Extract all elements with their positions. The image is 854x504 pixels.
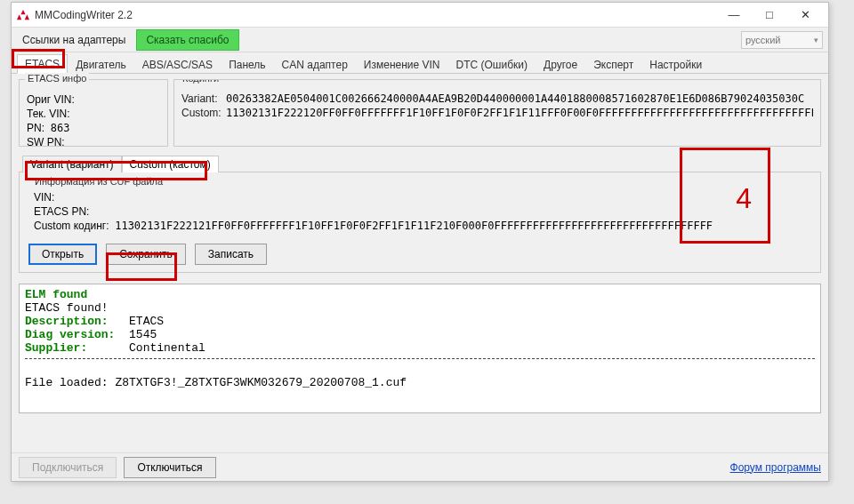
codings-group: Кодинги Variant: 00263382AE0504001C00266… xyxy=(173,79,821,147)
pn-label: PN: xyxy=(27,122,44,134)
tab-abs[interactable]: ABS/ASC/SAS xyxy=(134,55,221,74)
svg-marker-2 xyxy=(25,14,29,20)
language-value: русский xyxy=(745,35,780,45)
forum-link[interactable]: Форум программы xyxy=(730,461,821,474)
top-strip: Ссылки на адаптеры Сказать спасибо русск… xyxy=(12,28,828,52)
log-line-5b: Continental xyxy=(87,341,205,355)
swpn-label: SW PN: xyxy=(27,136,65,148)
tab-panel[interactable]: Панель xyxy=(221,55,273,74)
subtab-custom[interactable]: Custom (кастом) xyxy=(122,156,219,172)
cuf-cc-label: Custom кодинг: xyxy=(34,220,109,232)
window-close-button[interactable]: ✕ xyxy=(787,4,823,27)
tab-dtc[interactable]: DTC (Ошибки) xyxy=(448,55,536,74)
etacs-info-group: ETACS инфо Ориг VIN: Тек. VIN: PN: 863 S… xyxy=(19,79,168,147)
main-tabs: ETACS Двигатель ABS/ASC/SAS Панель CAN а… xyxy=(12,52,828,74)
log-line-4b: 1545 xyxy=(115,328,157,341)
tab-content: ETACS инфо Ориг VIN: Тек. VIN: PN: 863 S… xyxy=(12,74,828,276)
app-logo-icon xyxy=(17,9,29,21)
custom-label: Custom: xyxy=(181,107,226,119)
open-button[interactable]: Открыть xyxy=(28,244,97,265)
variant-label: Variant: xyxy=(181,92,226,105)
log-line-4a: Diag version: xyxy=(25,328,115,341)
variant-value: 00263382AE0504001C002666240000A4AEA9B20D… xyxy=(226,92,813,105)
log-line-3a: Description: xyxy=(25,315,109,328)
write-button[interactable]: Записать xyxy=(195,244,267,265)
subtab-variant[interactable]: Variant (вариант) xyxy=(22,156,122,172)
orig-vin-label: Ориг VIN: xyxy=(27,93,75,106)
bottom-bar: Подключиться Отключиться Форум программы xyxy=(12,452,828,481)
cuf-cc-value: 11302131F222121FF0FF0FFFFFFF1F10FF1F0F0F… xyxy=(115,220,713,232)
log-output[interactable]: ELM found ETACS found! Description: ETAC… xyxy=(19,284,821,413)
app-window: MMCodingWriter 2.2 — □ ✕ Ссылки на адапт… xyxy=(11,2,829,482)
title-bar: MMCodingWriter 2.2 — □ ✕ xyxy=(12,3,828,28)
connect-button: Подключиться xyxy=(19,457,117,478)
save-button[interactable]: Сохранить xyxy=(106,244,186,265)
window-minimize-button[interactable]: — xyxy=(716,4,752,27)
codings-legend: Кодинги xyxy=(180,79,222,84)
svg-marker-0 xyxy=(20,9,25,13)
pn-value: 863 xyxy=(51,122,70,134)
tab-settings[interactable]: Настройки xyxy=(641,55,710,74)
tab-engine[interactable]: Двигатель xyxy=(68,55,134,74)
disconnect-button[interactable]: Отключиться xyxy=(124,457,215,478)
log-line-5a: Supplier: xyxy=(25,341,87,355)
window-maximize-button[interactable]: □ xyxy=(752,4,787,27)
tab-other[interactable]: Другое xyxy=(536,55,585,74)
adapters-link[interactable]: Ссылки на адаптеры xyxy=(17,30,131,50)
cur-vin-label: Тек. VIN: xyxy=(27,108,70,120)
log-line-6: File loaded: Z8TXTGF3!_Z8TXTGF3WKM032679… xyxy=(25,376,407,389)
cuf-legend: Информация из CUF файла xyxy=(32,176,165,187)
sub-tabs: Variant (вариант) Custom (кастом) xyxy=(19,152,821,172)
cuf-pn-label: ETACS PN: xyxy=(34,205,89,218)
subtab-panel: Информация из CUF файла VIN: ETACS PN: C… xyxy=(19,172,821,273)
tab-can[interactable]: CAN адаптер xyxy=(274,55,356,74)
tab-expert[interactable]: Эксперт xyxy=(585,55,641,74)
tab-vin[interactable]: Изменение VIN xyxy=(356,55,448,74)
custom-value: 11302131F222120FF0FF0FFFFFFF1F10FF1F0F0F… xyxy=(226,107,813,119)
language-select[interactable]: русский ▾ xyxy=(741,31,823,49)
tab-etacs[interactable]: ETACS xyxy=(17,54,68,74)
log-line-1: ELM found xyxy=(25,288,87,301)
log-line-2: ETACS found! xyxy=(25,301,109,315)
cuf-vin-label: VIN: xyxy=(34,191,54,204)
log-line-3b: ETACS xyxy=(109,315,164,328)
thanks-button[interactable]: Сказать спасибо xyxy=(136,29,238,51)
etacs-info-legend: ETACS инфо xyxy=(25,73,89,84)
app-title: MMCodingWriter 2.2 xyxy=(35,9,716,21)
chevron-down-icon: ▾ xyxy=(814,36,818,44)
cuf-info-group: Информация из CUF файла VIN: ETACS PN: C… xyxy=(27,178,813,238)
svg-marker-1 xyxy=(17,14,21,20)
